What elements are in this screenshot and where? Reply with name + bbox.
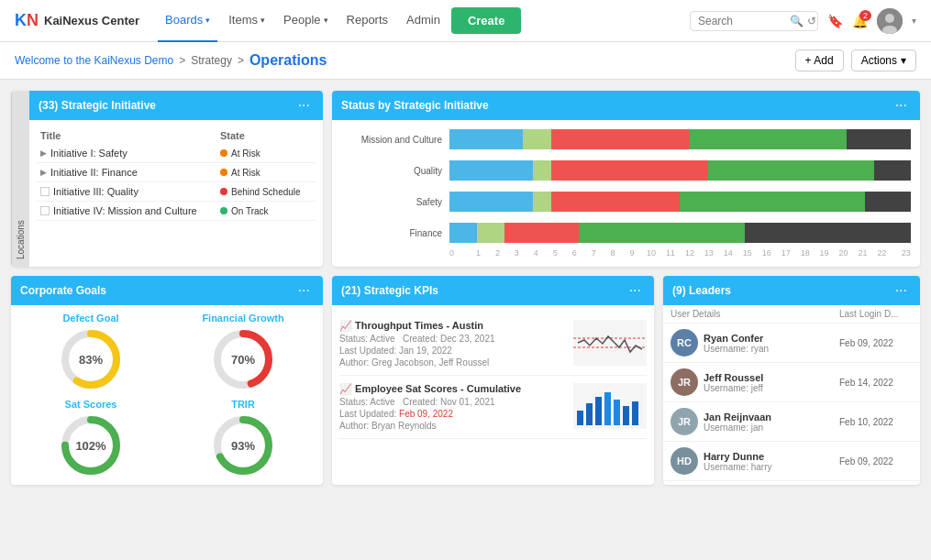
search-box[interactable]: 🔍 ↺ [690, 11, 818, 31]
svg-rect-19 [614, 400, 620, 425]
kpi-last-updated: Last Updated: Jan 19, 2022 [339, 346, 568, 356]
svg-rect-21 [632, 401, 638, 425]
gauge-label: TRIR [171, 399, 316, 410]
add-button[interactable]: + Add [795, 49, 844, 71]
leader-info: RC Ryan Confer Username: ryan [671, 329, 839, 357]
nav-items[interactable]: Items ▾ [221, 0, 272, 42]
brand-name: KaiNexus Center [44, 14, 139, 27]
kpi-meta: Status: Active Created: Nov 01, 2021 [339, 397, 568, 407]
bar-group [449, 160, 911, 181]
leader-name: Jeff Roussel [704, 372, 763, 383]
kpi-title: 📈 Throughput Times - Austin [339, 320, 568, 332]
kpi-chart-icon: 📈 [339, 320, 352, 331]
chart-row: Quality [341, 160, 911, 181]
leader-info: HD Harry Dunne Username: harry [671, 447, 839, 475]
svg-rect-20 [623, 406, 629, 425]
leaders-more-button[interactable]: ··· [892, 282, 911, 299]
kpis-body: 📈 Throughput Times - Austin Status: Acti… [332, 305, 654, 446]
bookmark-icon[interactable]: 🔖 [827, 14, 843, 28]
chart-axis: 0 1 2 3 4 5 6 7 8 9 10 11 12 13 14 15 16 [449, 248, 911, 258]
breadcrumb-sep2: > [238, 54, 244, 67]
user-menu-chevron[interactable]: ▾ [912, 16, 916, 26]
table-row[interactable]: ▶Initiative II: Finance At Risk [37, 163, 316, 182]
logo-n: N [27, 11, 39, 30]
leader-username: Username: jan [704, 423, 771, 433]
table-row[interactable]: ▶Initiative I: Safety At Risk [37, 144, 316, 163]
search-input[interactable] [698, 15, 790, 27]
top-navigation: KN KaiNexus Center Boards ▾ Items ▾ Peop… [0, 0, 931, 42]
si-more-button[interactable]: ··· [294, 97, 314, 114]
si-card-body: Title State ▶Initiative I: Safety At Ris… [29, 120, 323, 228]
leader-date: Feb 10, 2022 [839, 417, 913, 427]
main-content: Locations (33) Strategic Initiative ··· … [0, 80, 931, 496]
kpis-header: (21) Strategic KPIs ··· [332, 276, 654, 305]
actions-button[interactable]: Actions ▾ [851, 49, 916, 71]
svg-rect-11 [573, 320, 647, 366]
kpi-sparkline [573, 320, 647, 366]
corporate-goals-title: Corporate Goals [20, 284, 106, 297]
chart-row: Finance [341, 223, 911, 243]
logo-k: K [15, 11, 27, 30]
notification-badge: 2 [859, 10, 871, 21]
breadcrumb-home[interactable]: Welcome to the KaiNexus Demo [15, 54, 173, 67]
avatar: JR [671, 408, 698, 435]
search-icon: 🔍 [790, 15, 804, 27]
avatar: RC [671, 329, 698, 357]
svg-rect-15 [577, 411, 583, 425]
nav-reports[interactable]: Reports [339, 0, 396, 42]
strategic-kpis-card: (21) Strategic KPIs ··· 📈 Throughput Tim… [332, 276, 654, 485]
nav-people[interactable]: People ▾ [276, 0, 335, 42]
leader-date: Feb 14, 2022 [839, 378, 913, 388]
gauge-wrap: 93% [211, 413, 275, 478]
leader-date: Feb 09, 2022 [839, 338, 913, 348]
gauge-wrap: 102% [59, 413, 123, 478]
breadcrumb-actions: + Add Actions ▾ [795, 49, 916, 71]
leaders-col-user: User Details [671, 309, 839, 319]
user-avatar[interactable] [877, 8, 903, 34]
corporate-goals-header: Corporate Goals ··· [11, 276, 323, 305]
kpi-author: Author: Greg Jacobson, Jeff Roussel [339, 357, 568, 368]
gauge-label: Sat Scores [18, 399, 163, 410]
kpis-more-button[interactable]: ··· [626, 282, 645, 299]
breadcrumb-mid[interactable]: Strategy [191, 54, 232, 67]
leader-info: JR Jan Reijnvaan Username: jan [671, 408, 839, 435]
table-row[interactable]: Initiative III: Quality Behind Schedule [37, 182, 316, 202]
avatar: HD [671, 447, 698, 475]
si-col-title: Title [40, 130, 220, 141]
leaders-header: (9) Leaders ··· [663, 276, 920, 305]
leaders-body: User Details Last Login D... RC Ryan Con… [663, 305, 920, 481]
svg-point-1 [885, 14, 894, 23]
table-row[interactable]: Initiative IV: Mission and Culture On Tr… [37, 202, 316, 221]
leader-username: Username: jeff [704, 383, 763, 393]
gauges-grid: Defect Goal 83% Financial Growth [11, 305, 323, 485]
bar-group [449, 129, 911, 149]
kpi-barchart [573, 383, 647, 429]
leader-username: Username: harry [704, 462, 771, 472]
locations-tab[interactable]: Locations [11, 91, 29, 267]
breadcrumb-bar: Welcome to the KaiNexus Demo > Strategy … [0, 42, 931, 80]
leader-row[interactable]: RC Ryan Confer Username: ryan Feb 09, 20… [663, 324, 920, 363]
gauge-financial-growth: Financial Growth 70% [171, 313, 316, 391]
leader-row[interactable]: JR Jan Reijnvaan Username: jan Feb 10, 2… [663, 402, 920, 442]
gauge-sat-scores: Sat Scores 102% [18, 399, 163, 478]
svg-rect-18 [604, 392, 611, 425]
nav-boards[interactable]: Boards ▾ [158, 0, 217, 42]
corporate-goals-more-button[interactable]: ··· [294, 282, 314, 299]
nav-admin[interactable]: Admin [399, 0, 448, 42]
leader-username: Username: ryan [704, 344, 769, 354]
kpi-chart-icon: 📈 [339, 383, 352, 394]
leaders-title: (9) Leaders [672, 284, 731, 297]
bar-chart: Mission and Culture Quality [341, 129, 911, 243]
leader-row[interactable]: JR Jeff Roussel Username: jeff Feb 14, 2… [663, 363, 920, 402]
kpi-last-updated: Last Updated: Feb 09, 2022 [339, 409, 568, 419]
kpi-info: 📈 Employee Sat Scores - Cumulative Statu… [339, 383, 568, 431]
leaders-table-header: User Details Last Login D... [663, 305, 920, 324]
create-button[interactable]: Create [451, 7, 521, 34]
chart-row: Safety [341, 192, 911, 212]
status-chart-more-button[interactable]: ··· [892, 97, 911, 114]
notifications-icon[interactable]: 🔔2 [852, 14, 868, 28]
kpi-header: 📈 Employee Sat Scores - Cumulative Statu… [339, 383, 647, 431]
leader-row[interactable]: HD Harry Dunne Username: harry Feb 09, 2… [663, 442, 920, 481]
si-card-title: (33) Strategic Initiative [39, 99, 156, 112]
si-col-state: State [220, 130, 312, 141]
